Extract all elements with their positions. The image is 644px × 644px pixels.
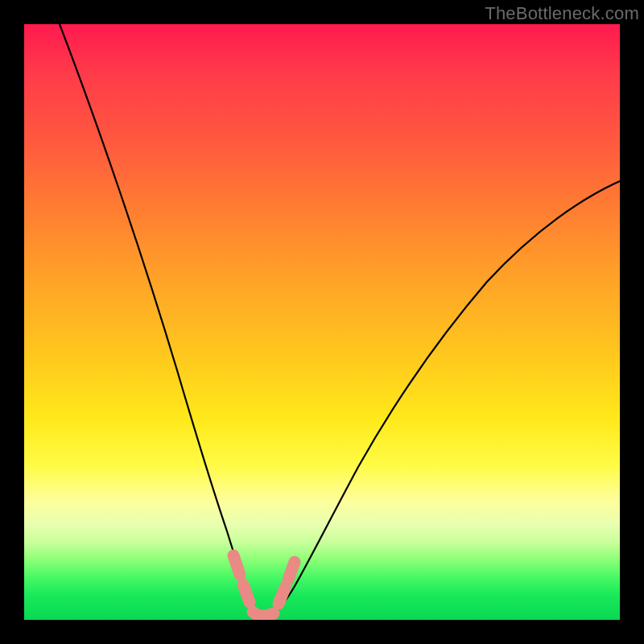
salmon-seg-1: [233, 555, 240, 575]
watermark-text: TheBottleneck.com: [485, 3, 639, 24]
salmon-seg-3: [279, 588, 285, 604]
valley-highlight: [233, 555, 295, 616]
salmon-seg-4: [288, 562, 295, 580]
curve-svg: [24, 24, 620, 620]
curve-left-branch: [60, 24, 260, 617]
plot-area: [24, 24, 620, 620]
curve-right-branch: [266, 181, 620, 617]
chart-frame: TheBottleneck.com: [0, 0, 644, 644]
salmon-seg-2: [243, 584, 250, 602]
salmon-seg-bottom: [253, 612, 274, 616]
